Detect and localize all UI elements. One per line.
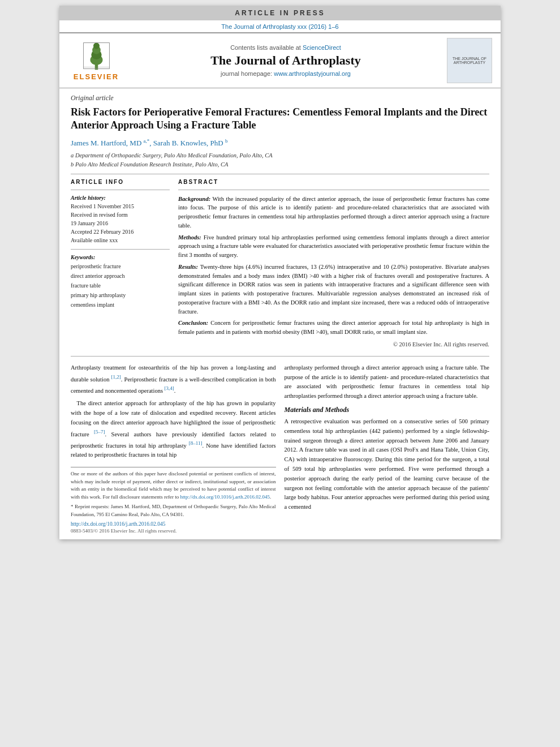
materials-text: A retrospective evaluation was performed… <box>285 417 490 512</box>
abstract-title: ABSTRACT <box>178 179 489 185</box>
body-divider <box>71 356 489 357</box>
abstract-methods: Methods: Five hundred primary total hip … <box>178 233 489 260</box>
abstract-divider <box>178 190 489 190</box>
right-p1: arthroplasty performed through a direct … <box>285 363 490 401</box>
received-1: Received 1 November 2015 <box>71 202 170 211</box>
journal-meta: The Journal of Arthroplasty xxx (2016) 1… <box>59 20 501 30</box>
keywords-label: Keywords: <box>71 254 170 260</box>
elsevier-logo: ELSEVIER <box>68 40 124 81</box>
journal-logo: THE JOURNAL OFARTHROPLASTY <box>447 38 492 83</box>
disclosure-link[interactable]: http://dx.doi.org/10.1016/j.arth.2016.02… <box>180 494 270 500</box>
abstract-results: Results: Twenty-three hips (4.6%) incurr… <box>178 263 489 316</box>
homepage-url[interactable]: www.arthroplastyjournal.org <box>274 70 351 77</box>
issn-line: 0883-5403/© 2016 Elsevier Inc. All right… <box>71 528 276 534</box>
affiliations: a Department of Orthopaedic Surgery, Pal… <box>71 151 489 169</box>
reprint-footnote: * Reprint requests: James M. Hartford, M… <box>71 503 276 518</box>
body-col-right: arthroplasty performed through a direct … <box>285 363 490 534</box>
elsevier-brand-text: ELSEVIER <box>74 72 119 81</box>
abstract-text: Background: With the increased popularit… <box>178 195 489 337</box>
right-intro-text: arthroplasty performed through a direct … <box>285 363 490 401</box>
info-divider <box>71 190 170 190</box>
article-info-title: ARTICLE INFO <box>71 179 170 185</box>
journal-title-header: The Journal of Arthroplasty <box>130 53 441 68</box>
methods-label: Methods: <box>178 234 201 241</box>
homepage-line: journal homepage: www.arthroplastyjourna… <box>130 70 441 77</box>
received-revised: Received in revised form <box>71 211 170 219</box>
history-label: Article history: <box>71 195 170 201</box>
elsevier-tree-icon <box>81 40 112 71</box>
authors-line: James M. Hartford, MD a,*, Sarah B. Know… <box>71 138 489 148</box>
abstract-section: ABSTRACT Background: With the increased … <box>178 179 489 350</box>
disclosure-footnote: One or more of the authors of this paper… <box>71 470 276 501</box>
article-type-label: Original article <box>71 94 489 102</box>
materials-p1: A retrospective evaluation was performed… <box>285 417 490 512</box>
background-text: With the increased popularity of the dir… <box>178 196 489 229</box>
materials-heading: Materials and Methods <box>285 406 490 414</box>
svg-point-4 <box>93 43 100 49</box>
intro-p1: Arthroplasty treatment for osteoarthriti… <box>71 363 276 396</box>
doi-text[interactable]: http://dx.doi.org/10.1016/j.arth.2016.02… <box>71 521 165 527</box>
abstract-conclusion: Conclusion: Concern for periprosthetic f… <box>178 319 489 337</box>
sciencedirect-line: Contents lists available at ScienceDirec… <box>130 44 441 51</box>
accepted: Accepted 22 February 2016 <box>71 227 170 236</box>
article-title: Risk Factors for Perioperative Femoral F… <box>71 106 489 132</box>
doi-line: http://dx.doi.org/10.1016/j.arth.2016.02… <box>71 521 276 527</box>
affiliation-b: b Palo Alto Medical Foundation Research … <box>71 160 489 169</box>
methods-text: Five hundred primary total hip arthropla… <box>178 234 489 259</box>
copyright-line: © 2016 Elsevier Inc. All rights reserved… <box>178 341 489 347</box>
aip-banner: ARTICLE IN PRESS <box>59 6 501 20</box>
available-online: Available online xxx <box>71 236 170 244</box>
ref-1-2: [1,2] <box>111 374 121 380</box>
article-info: ARTICLE INFO Article history: Received 1… <box>71 179 170 350</box>
affiliation-a: a Department of Orthopaedic Surgery, Pal… <box>71 151 489 160</box>
conclusion-text: Concern for periprosthetic femur fractur… <box>178 320 489 335</box>
ref-8-11: [8–11] <box>189 440 203 446</box>
body-content: Original article Risk Factors for Periop… <box>59 88 501 539</box>
intro-p2: The direct anterior approach for arthrop… <box>71 399 276 460</box>
author-names: James M. Hartford, MD a,*, Sarah B. Know… <box>71 139 227 147</box>
page: ARTICLE IN PRESS The Journal of Arthropl… <box>59 6 501 539</box>
keywords-list: periprosthetic fracture direct anterior … <box>71 261 170 310</box>
revised-date: 19 January 2016 <box>71 219 170 227</box>
conclusion-label: Conclusion: <box>178 320 208 326</box>
ref-3-4: [3,4] <box>165 385 174 391</box>
background-label: Background: <box>178 196 210 202</box>
abstract-background: Background: With the increased popularit… <box>178 195 489 230</box>
results-label: Results: <box>178 264 198 270</box>
sciencedirect-prefix: Contents lists available at <box>230 44 303 51</box>
ref-5-7: [5–7] <box>94 429 105 435</box>
keyword-5: cementless implant <box>71 300 170 310</box>
sciencedirect-link[interactable]: ScienceDirect <box>303 44 341 51</box>
aip-text: ARTICLE IN PRESS <box>235 9 325 17</box>
keyword-3: fracture table <box>71 281 170 290</box>
info-abstract-section: ARTICLE INFO Article history: Received 1… <box>71 179 489 350</box>
header-center: Contents lists available at ScienceDirec… <box>124 44 447 77</box>
keywords-divider <box>71 249 170 250</box>
footnote-section: One or more of the authors of this paper… <box>71 467 276 518</box>
homepage-prefix: journal homepage: <box>221 70 274 77</box>
divider <box>71 174 489 174</box>
intro-text: Arthroplasty treatment for osteoarthriti… <box>71 363 276 460</box>
main-body: Arthroplasty treatment for osteoarthriti… <box>71 363 489 534</box>
header-section: ELSEVIER Contents lists available at Sci… <box>59 32 501 88</box>
results-text: Twenty-three hips (4.6%) incurred fractu… <box>178 264 489 315</box>
keyword-4: primary hip arthroplasty <box>71 290 170 300</box>
keyword-1: periprosthetic fracture <box>71 261 170 271</box>
body-col-left: Arthroplasty treatment for osteoarthriti… <box>71 363 276 534</box>
journal-meta-text: The Journal of Arthroplasty xxx (2016) 1… <box>221 23 338 30</box>
keyword-2: direct anterior approach <box>71 271 170 281</box>
